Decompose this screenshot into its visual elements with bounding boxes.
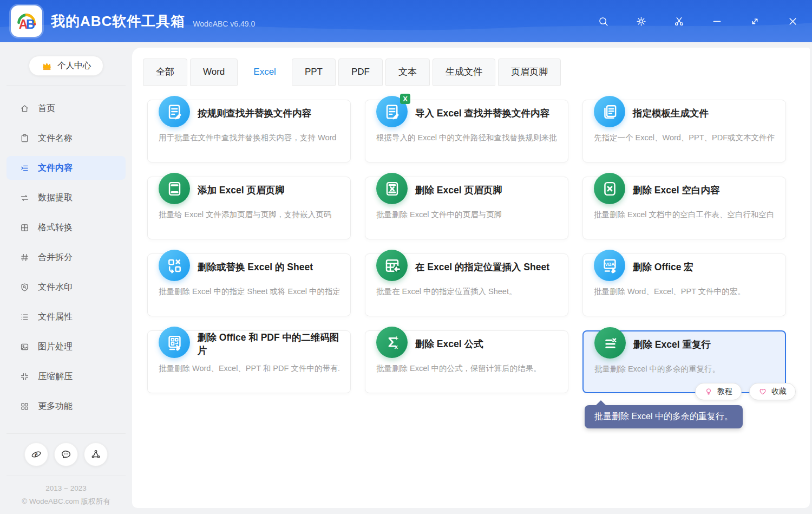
card-title: 删除或替换 Excel 的 Sheet — [198, 261, 313, 274]
sidebar-item-label: 文件水印 — [38, 282, 73, 293]
ie-icon: e — [30, 448, 42, 460]
tab-text[interactable]: 文本 — [385, 58, 430, 86]
card-add-excel-header-footer[interactable]: 添加 Excel 页眉页脚批量给 Excel 文件添加页眉与页脚，支持嵌入页码 — [147, 177, 351, 239]
card-head: 删除 Office 和 PDF 中的二维码图片 — [159, 331, 339, 358]
dup-rows-icon — [601, 334, 620, 353]
favorite-button[interactable]: 收藏 — [749, 383, 796, 400]
sidebar-item-merge-split[interactable]: 合并拆分 — [6, 245, 126, 269]
tab-all[interactable]: 全部 — [143, 58, 187, 86]
card-head: 按规则查找并替换文件内容 — [159, 100, 339, 127]
card-delete-office-macro[interactable]: VBA删除 Office 宏批量删除 Word、Excel、PPT 文件中的宏。 — [582, 253, 786, 316]
sheet-replace-icon — [159, 250, 190, 281]
card-head: 删除 Excel 页眉页脚 — [376, 177, 557, 204]
card-head: 删除或替换 Excel 的 Sheet — [159, 254, 339, 281]
sidebar-item-file-content[interactable]: 文件内容 — [6, 156, 126, 180]
search-button[interactable] — [596, 14, 610, 28]
card-desc: 批量删除 Word、Excel、PPT 和 PDF 文件中的带有二 — [159, 363, 339, 374]
browser-button[interactable]: e — [24, 443, 48, 466]
blank-del-icon — [600, 179, 619, 198]
sidebar-item-label: 合并拆分 — [38, 252, 73, 263]
minimize-button[interactable] — [710, 14, 724, 28]
card-head: VBA删除 Office 宏 — [594, 254, 775, 281]
card-desc: 根据导入的 Excel 中的文件路径和查找替换规则来批 — [376, 133, 557, 143]
social-links: e — [0, 443, 132, 466]
card-find-replace[interactable]: 按规则查找并替换文件内容用于批量在文件中查找并替换相关内容，支持 Word — [147, 100, 351, 162]
svg-text:x: x — [394, 343, 398, 350]
sidebar-item-home[interactable]: 首页 — [6, 96, 126, 120]
card-title: 导入 Excel 查找并替换文件内容 — [415, 107, 549, 120]
vba-icon: VBA — [600, 256, 619, 275]
sidebar-item-more[interactable]: 更多功能 — [6, 394, 126, 418]
personal-center-button[interactable]: 个人中心 — [29, 56, 103, 76]
sidebar-item-compress[interactable]: 压缩解压 — [6, 365, 126, 388]
share-icon — [90, 448, 102, 460]
sidebar-item-file-name[interactable]: 文件名称 — [6, 126, 126, 150]
hf-add-icon — [159, 173, 190, 204]
tab-word[interactable]: Word — [190, 58, 238, 86]
card-delete-excel-header-footer[interactable]: 删除 Excel 页眉页脚批量删除 Excel 文件中的页眉与页脚 — [365, 177, 568, 239]
tutorial-button[interactable]: 教程 — [695, 383, 742, 400]
tab-generate-file[interactable]: 生成文件 — [433, 58, 495, 86]
sidebar-item-format-convert[interactable]: 格式转换 — [6, 216, 126, 239]
card-title: 删除 Excel 重复行 — [633, 339, 711, 352]
more-icon — [19, 401, 30, 412]
vba-icon: VBA — [594, 250, 625, 281]
sidebar-item-data-extract[interactable]: 数据提取 — [6, 186, 126, 210]
card-title: 按规则查找并替换文件内容 — [198, 107, 311, 120]
search-icon — [598, 16, 609, 27]
sidebar-item-label: 文件内容 — [38, 162, 73, 174]
card-import-excel-replace[interactable]: X导入 Excel 查找并替换文件内容根据导入的 Excel 中的文件路径和查找… — [365, 100, 568, 162]
card-head: 添加 Excel 页眉页脚 — [159, 177, 339, 204]
crown-icon — [41, 60, 53, 71]
doc-edit-icon — [159, 96, 190, 127]
close-button[interactable] — [785, 14, 800, 28]
sidebar-item-label: 压缩解压 — [38, 371, 73, 382]
share-button[interactable] — [84, 443, 108, 466]
divider — [6, 476, 126, 476]
card-delete-qrcode[interactable]: 删除 Office 和 PDF 中的二维码图片批量删除 Word、Excel、P… — [147, 330, 351, 393]
card-head: 删除 Excel 空白内容 — [594, 177, 775, 204]
tooltip: 批量删除 Excel 中的多余的重复行。 — [585, 405, 743, 428]
card-insert-sheet[interactable]: 在 Excel 的指定位置插入 Sheet批量在 Excel 中的指定位置插入 … — [365, 253, 568, 316]
app-title: 我的ABC软件工具箱 — [51, 12, 185, 31]
card-desc: 批量删除 Excel 文件中的页眉与页脚 — [376, 210, 557, 220]
card-delete-replace-sheet[interactable]: 删除或替换 Excel 的 Sheet批量删除 Excel 中的指定 Sheet… — [147, 253, 351, 316]
card-title: 删除 Excel 页眉页脚 — [415, 184, 502, 197]
maximize-button[interactable] — [748, 14, 762, 28]
card-delete-excel-formula[interactable]: +x删除 Excel 公式批量删除 Excel 中的公式，保留计算后的结果。 — [365, 330, 568, 393]
card-desc: 批量给 Excel 文件添加页眉与页脚，支持嵌入页码 — [159, 210, 339, 220]
settings-button[interactable] — [634, 14, 648, 28]
tab-excel[interactable]: Excel — [240, 58, 289, 86]
card-delete-excel-duplicate-rows[interactable]: 删除 Excel 重复行批量删除 Excel 中的多余的重复行。教程收藏批量删除… — [582, 330, 786, 393]
feedback-button[interactable] — [54, 443, 78, 466]
card-desc: 批量删除 Excel 中的公式，保留计算后的结果。 — [376, 363, 557, 374]
card-delete-excel-blank[interactable]: 删除 Excel 空白内容批量删除 Excel 文档中的空白工作表、空白行和空白 — [582, 177, 786, 239]
lightbulb-icon — [704, 387, 713, 396]
tab-ppt[interactable]: PPT — [292, 58, 336, 86]
sidebar-item-label: 数据提取 — [38, 192, 73, 204]
minimize-icon — [711, 16, 723, 27]
card-title: 添加 Excel 页眉页脚 — [198, 184, 284, 197]
sidebar: 个人中心 首页文件名称文件内容数据提取格式转换合并拆分文件水印文件属性图片处理压… — [0, 42, 132, 514]
tab-pdf[interactable]: PDF — [338, 58, 383, 86]
dup-rows-icon — [594, 327, 626, 359]
tab-header-footer[interactable]: 页眉页脚 — [498, 58, 561, 86]
favorite-label: 收藏 — [771, 387, 787, 396]
swap-icon — [19, 193, 30, 203]
hash-icon — [19, 252, 30, 263]
sidebar-item-label: 文件属性 — [38, 311, 73, 323]
picture-icon — [19, 342, 30, 352]
sidebar-item-watermark[interactable]: 文件水印 — [6, 275, 126, 299]
hf-del-icon — [383, 179, 402, 198]
card-actions: 教程收藏 — [695, 383, 796, 400]
close-icon — [787, 16, 798, 27]
blank-del-icon — [594, 173, 625, 204]
card-template-generate[interactable]: 指定模板生成文件先指定一个 Excel、Word、PPT、PDF或文本文件作 — [582, 100, 786, 162]
sheet-insert-icon — [376, 250, 408, 281]
screenshot-button[interactable] — [672, 14, 686, 28]
sidebar-item-label: 更多功能 — [38, 401, 73, 412]
sidebar-item-file-attributes[interactable]: 文件属性 — [6, 305, 126, 329]
sidebar-item-image-process[interactable]: 图片处理 — [6, 335, 126, 359]
tool-card-grid: 按规则查找并替换文件内容用于批量在文件中查找并替换相关内容，支持 WordX导入… — [132, 86, 810, 393]
compress-icon — [19, 372, 30, 382]
